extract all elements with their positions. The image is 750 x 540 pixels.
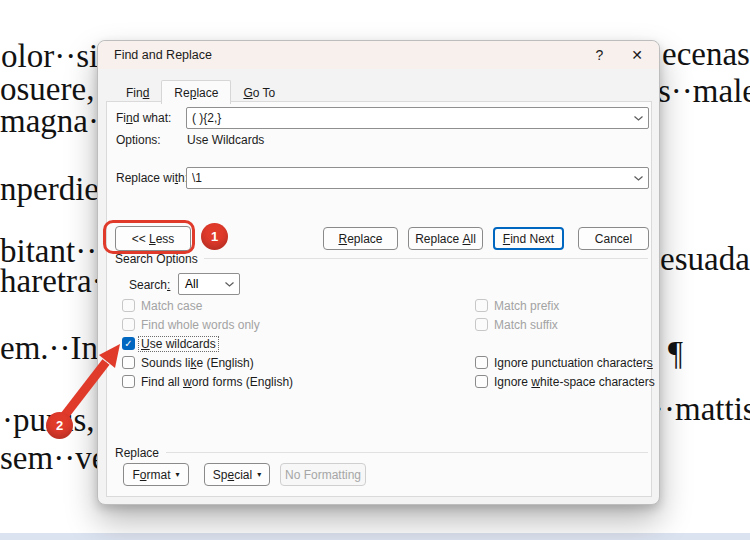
- checkbox-ignore-whitespace[interactable]: [475, 375, 488, 388]
- window-bottom-edge: [0, 533, 750, 540]
- document-text-line: ecenas·: [662, 36, 750, 72]
- chevron-down-icon: [219, 281, 239, 288]
- checkbox-whole-words: [122, 318, 135, 331]
- checkbox-match-case-label: Match case: [141, 299, 202, 313]
- checkbox-word-forms[interactable]: [122, 375, 135, 388]
- checkbox-match-suffix: [475, 318, 488, 331]
- search-direction-label: Search:: [129, 278, 170, 292]
- menu-arrow-icon: ▾: [257, 470, 261, 480]
- tab-goto[interactable]: Go To: [231, 83, 287, 103]
- checkbox-ignore-punctuation-label[interactable]: Ignore punctuation characters: [494, 356, 653, 370]
- dialog-title: Find and Replace: [114, 48, 212, 62]
- search-direction-value: All: [179, 277, 219, 291]
- checkbox-match-case: [122, 299, 135, 312]
- checkbox-match-prefix-label: Match prefix: [494, 299, 559, 313]
- special-button-label: Special: [213, 468, 252, 482]
- pilcrow-mark: ¶: [668, 335, 683, 371]
- find-what-label: Find what:: [116, 111, 171, 125]
- document-text-line: s··male: [658, 73, 750, 109]
- checkbox-match-prefix: [475, 299, 488, 312]
- chevron-down-icon[interactable]: [628, 115, 648, 122]
- replace-with-label: Replace with:: [116, 171, 188, 185]
- no-formatting-button: No Formatting: [280, 463, 366, 486]
- find-next-button[interactable]: Find Next: [493, 227, 564, 250]
- options-label: Options:: [116, 133, 161, 147]
- replace-group-label: Replace: [115, 446, 159, 460]
- checkbox-whole-words-label: Find whole words only: [141, 318, 260, 332]
- tab-strip: Find Replace Go To: [114, 80, 287, 103]
- format-button-label: Format: [132, 468, 170, 482]
- special-button[interactable]: Special ▾: [204, 463, 270, 486]
- checkbox-use-wildcards-label[interactable]: Use wildcards: [138, 336, 219, 352]
- tab-find[interactable]: Find: [114, 83, 161, 103]
- replace-all-button[interactable]: Replace All: [408, 227, 483, 250]
- checkbox-use-wildcards[interactable]: ✓: [122, 337, 135, 350]
- document-text-line: esuada·: [660, 241, 750, 277]
- checkbox-sounds-like[interactable]: [122, 356, 135, 369]
- find-and-replace-dialog: Find and Replace ? ✕ Find Replace Go To …: [97, 40, 660, 505]
- replace-with-input[interactable]: [187, 171, 628, 185]
- checkbox-match-suffix-label: Match suffix: [494, 318, 558, 332]
- checkbox-word-forms-label[interactable]: Find all word forms (English): [141, 375, 293, 389]
- replace-with-field[interactable]: [186, 167, 649, 189]
- tab-replace[interactable]: Replace: [161, 80, 231, 104]
- checkbox-ignore-punctuation[interactable]: [475, 356, 488, 369]
- checkbox-ignore-whitespace-label[interactable]: Ignore white-space characters: [494, 375, 655, 389]
- check-icon: ✓: [124, 339, 132, 349]
- callout-step-2: 2: [46, 412, 73, 439]
- close-icon[interactable]: ✕: [631, 48, 643, 62]
- document-text-line: magna··: [0, 103, 110, 139]
- document-text-line: ··mattis: [653, 391, 750, 427]
- menu-arrow-icon: ▾: [176, 470, 180, 480]
- callout-step-1: 1: [201, 223, 228, 250]
- replace-button[interactable]: Replace: [323, 227, 398, 250]
- cancel-button[interactable]: Cancel: [578, 227, 649, 250]
- group-divider: [166, 452, 648, 453]
- options-value: Use Wildcards: [187, 133, 264, 147]
- group-divider: [204, 258, 648, 259]
- less-button[interactable]: << Less: [115, 226, 191, 251]
- search-options-group-label: Search Options: [115, 252, 198, 266]
- find-what-input[interactable]: [187, 111, 628, 125]
- find-what-field[interactable]: [186, 107, 649, 129]
- document-text-line: nperdiet: [0, 171, 108, 207]
- document-text-line: em.··In·: [0, 330, 109, 366]
- help-icon[interactable]: ?: [595, 48, 603, 62]
- chevron-down-icon[interactable]: [628, 175, 648, 182]
- dialog-title-bar: Find and Replace ? ✕: [98, 41, 659, 69]
- search-direction-dropdown[interactable]: All: [178, 273, 240, 295]
- checkbox-sounds-like-label[interactable]: Sounds like (English): [141, 356, 254, 370]
- format-button[interactable]: Format ▾: [123, 463, 189, 486]
- replace-tab-panel: Find what: Options: Use Wildcards Replac…: [106, 101, 652, 497]
